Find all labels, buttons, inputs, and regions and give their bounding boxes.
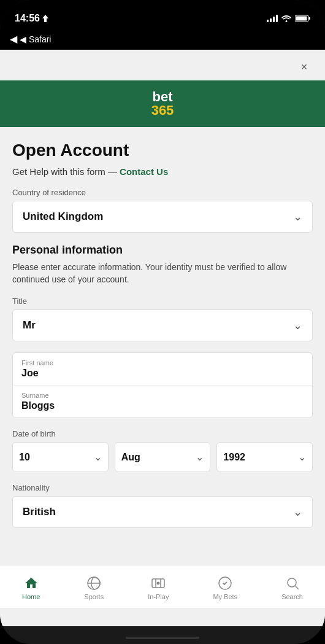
svg-rect-4 <box>309 17 311 20</box>
dob-month-value: Aug <box>121 452 140 463</box>
nationality-chevron-icon: ⌄ <box>293 505 302 519</box>
dob-year-value: 1992 <box>223 452 245 463</box>
dob-month-chevron-icon: ⌄ <box>196 451 204 463</box>
surname-field[interactable]: Surname Bloggs <box>13 386 312 417</box>
time-display: 14:56 <box>15 13 40 24</box>
nav-mybets[interactable]: My Bets <box>203 573 247 603</box>
title-select[interactable]: Mr ⌄ <box>12 309 313 341</box>
title-chevron-icon: ⌄ <box>293 319 302 332</box>
nav-home[interactable]: Home <box>12 573 50 603</box>
svg-point-11 <box>288 578 296 587</box>
logo-365: 365 <box>151 104 174 117</box>
signal-icon <box>267 15 278 22</box>
dob-year-chevron-icon: ⌄ <box>298 451 306 463</box>
first-name-value: Joe <box>21 368 304 379</box>
home-icon <box>23 575 39 591</box>
modal-close-area: × <box>0 50 325 80</box>
title-label: Title <box>12 297 313 306</box>
contact-us-link[interactable]: Contact Us <box>120 166 168 177</box>
nationality-value: British <box>23 506 56 518</box>
name-input-group: First name Joe Surname Bloggs <box>12 352 313 418</box>
personal-section-desc: Please enter accurate information. Your … <box>12 262 313 285</box>
battery-icon <box>295 15 310 22</box>
status-indicators <box>267 15 310 22</box>
page-title: Open Account <box>12 141 313 160</box>
country-label: Country of residence <box>12 188 313 197</box>
dob-row: 10 ⌄ Aug ⌄ 1992 ⌄ <box>12 442 313 472</box>
safari-bar: ◀ ◀ Safari <box>0 31 325 50</box>
svg-point-1 <box>286 20 288 22</box>
back-chevron: ◀ <box>10 33 17 45</box>
dob-day-select[interactable]: 10 ⌄ <box>12 442 109 472</box>
mybets-label: My Bets <box>213 593 237 600</box>
country-chevron-icon: ⌄ <box>293 210 302 223</box>
home-indicator <box>126 637 199 639</box>
country-value: United Kingdom <box>23 211 103 223</box>
mybets-icon <box>217 575 233 591</box>
dynamic-island <box>129 7 196 25</box>
dob-month-select[interactable]: Aug ⌄ <box>115 442 211 472</box>
sports-icon <box>86 575 102 591</box>
nav-inplay[interactable]: In-Play <box>138 573 178 603</box>
close-icon: × <box>301 61 308 74</box>
help-prefix: Get Help with this form — <box>12 166 117 177</box>
sports-label: Sports <box>84 593 104 600</box>
svg-rect-3 <box>296 17 307 21</box>
svg-marker-0 <box>42 15 48 22</box>
phone-shell: 14:56 ◀ ◀ Safari <box>0 0 325 644</box>
bottom-nav: Home Sports <box>0 565 325 608</box>
screen: × bet 365 Open Account Get Help with thi… <box>0 50 325 626</box>
first-name-field[interactable]: First name Joe <box>13 353 312 386</box>
personal-section-title: Personal information <box>12 244 313 257</box>
logo-bet: bet <box>151 90 174 104</box>
home-label: Home <box>22 593 40 600</box>
nationality-select[interactable]: British ⌄ <box>12 496 313 528</box>
search-label: Search <box>281 593 303 600</box>
surname-label: Surname <box>21 392 304 399</box>
safari-label[interactable]: ◀ Safari <box>20 34 51 44</box>
form-area: Open Account Get Help with this form — C… <box>0 127 325 626</box>
country-select[interactable]: United Kingdom ⌄ <box>12 201 313 233</box>
wifi-icon <box>281 15 291 22</box>
svg-point-9 <box>157 582 160 585</box>
help-text: Get Help with this form — Contact Us <box>12 166 313 177</box>
close-button[interactable]: × <box>296 58 313 76</box>
inplay-label: In-Play <box>148 593 169 600</box>
status-time: 14:56 <box>15 13 48 24</box>
title-value: Mr <box>23 319 36 332</box>
first-name-label: First name <box>21 359 304 367</box>
search-icon <box>285 575 300 591</box>
dob-day-value: 10 <box>19 452 30 463</box>
nationality-label: Nationality <box>12 483 313 492</box>
location-icon <box>42 15 48 22</box>
surname-value: Bloggs <box>21 400 304 411</box>
inplay-icon <box>150 575 166 591</box>
nav-search[interactable]: Search <box>272 573 313 603</box>
header-banner: bet 365 <box>0 80 325 127</box>
dob-label: Date of birth <box>12 429 313 438</box>
logo: bet 365 <box>151 90 174 117</box>
dob-day-chevron-icon: ⌄ <box>94 451 102 463</box>
svg-line-12 <box>295 586 299 590</box>
dob-year-select[interactable]: 1992 ⌄ <box>216 442 313 472</box>
nav-sports[interactable]: Sports <box>74 573 113 603</box>
